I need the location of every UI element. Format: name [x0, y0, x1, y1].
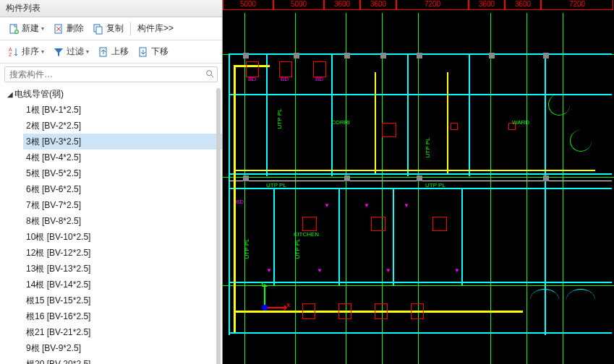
moveup-label: 上移 [111, 46, 129, 58]
component-sidebar: 构件列表 新建 ▾ 删除 复制 构件库>> AZ 排序 [0, 0, 223, 364]
ruler-segment: 3600 [324, 0, 360, 10]
device-marker: ▼ [454, 267, 460, 274]
column [344, 53, 350, 58]
door-arc [566, 289, 595, 311]
device-box [313, 61, 326, 77]
conduit [375, 72, 376, 173]
svg-text:A: A [9, 47, 12, 52]
search-input[interactable] [5, 67, 202, 82]
sort-button[interactable]: AZ 排序 ▾ [4, 43, 48, 60]
new-button[interactable]: 新建 ▾ [4, 20, 48, 37]
tree-item[interactable]: 10根 [BV-10*2.5] [23, 229, 222, 245]
room-label-utp: UTP PL [266, 182, 286, 188]
app-root: 构件列表 新建 ▾ 删除 复制 构件库>> AZ 排序 [0, 0, 614, 364]
movedown-icon [137, 46, 149, 58]
device-box [382, 123, 396, 137]
wall [229, 173, 612, 175]
scrollbar[interactable] [216, 88, 221, 364]
device-marker: ▼ [266, 267, 272, 274]
delete-icon [53, 23, 64, 35]
ruler-segment: 5000 [223, 0, 273, 10]
column [543, 53, 549, 58]
door-arc [530, 289, 559, 311]
column [243, 53, 249, 58]
room-label-corridor: CORRI [331, 119, 350, 126]
device-bd: BD [248, 76, 256, 82]
tree-item[interactable]: 根16 [BV-16*2.5] [23, 308, 222, 324]
dropdown-icon: ▾ [41, 48, 44, 55]
filter-button[interactable]: 过滤 ▾ [49, 43, 93, 60]
tree-item[interactable]: 6根 [BV-6*2.5] [23, 181, 222, 197]
device-bd: BD [315, 76, 323, 82]
tree-item[interactable]: 4根 [BV-4*2.5] [23, 150, 222, 165]
copy-icon [93, 23, 104, 35]
device-marker: ▼ [317, 267, 323, 274]
axis-origin-icon [262, 305, 268, 311]
tree-item[interactable]: 根21 [BV-21*2.5] [23, 324, 222, 340]
dimension-ruler: 50005000360036007200360036007200 [223, 0, 614, 13]
wall [338, 188, 340, 285]
wall [469, 53, 470, 176]
tree-children: 1根 [BV-1*2.5]2根 [BV-2*2.5]3根 [BV-3*2.5]4… [3, 102, 222, 364]
column [543, 176, 549, 181]
axis-y-icon [264, 285, 265, 307]
search-icon[interactable] [202, 69, 217, 81]
door-arc [570, 130, 592, 152]
tree-root-node[interactable]: ◢ 电线导管(弱) [3, 87, 222, 102]
delete-button[interactable]: 删除 [49, 20, 88, 37]
collapse-icon[interactable]: ◢ [6, 90, 14, 98]
grid-line [223, 285, 614, 286]
conduit [234, 170, 595, 171]
axis-y-label: Y [260, 280, 264, 287]
device-box [338, 303, 351, 319]
column [417, 176, 422, 181]
sort-label: 排序 [22, 46, 39, 58]
device-box [302, 217, 317, 231]
tree-item[interactable]: 8根 [BV-8*2.5] [23, 213, 222, 229]
room-label-utp: UTP PL [276, 109, 283, 129]
svg-text:Z: Z [9, 52, 12, 57]
library-button[interactable]: 构件库>> [134, 20, 177, 37]
tree-item[interactable]: 根20 [BV-20*2.5] [23, 356, 222, 364]
component-tree[interactable]: ◢ 电线导管(弱) 1根 [BV-1*2.5]2根 [BV-2*2.5]3根 [… [0, 85, 222, 364]
tree-item[interactable]: 7根 [BV-7*2.5] [23, 197, 222, 213]
dropdown-icon: ▾ [86, 48, 89, 55]
column [294, 53, 299, 58]
sort-icon: AZ [8, 46, 20, 58]
wall [229, 282, 612, 283]
copy-button[interactable]: 复制 [89, 20, 127, 37]
device-bd: BD [236, 199, 244, 205]
moveup-button[interactable]: 上移 [94, 43, 132, 60]
column [489, 53, 495, 58]
tree-item[interactable]: 9根 [BV-9*2.5] [23, 340, 222, 356]
tree-item[interactable]: 14根 [BV-14*2.5] [23, 277, 222, 292]
svg-rect-4 [96, 27, 102, 34]
movedown-label: 下移 [151, 46, 169, 58]
device-marker: ▼ [404, 202, 409, 209]
tree-item[interactable]: 13根 [BV-13*2.5] [23, 261, 222, 277]
ruler-segment: 3600 [360, 0, 396, 10]
tree-item[interactable]: 12根 [BV-12*2.5] [23, 245, 222, 261]
room-label-ward: WARD [512, 119, 529, 126]
toolbar-row-2: AZ 排序 ▾ 过滤 ▾ 上移 下移 [0, 40, 222, 64]
panel-title: 构件列表 [0, 0, 222, 17]
tree-item[interactable]: 5根 [BV-5*2.5] [23, 165, 222, 181]
tree-item[interactable]: 3根 [BV-3*2.5] [23, 134, 222, 150]
room-label-utp: UTP PL [244, 239, 250, 259]
wall [229, 332, 612, 334]
new-label: 新建 [22, 22, 39, 35]
new-icon [8, 23, 20, 35]
tree-item[interactable]: 1根 [BV-1*2.5] [23, 102, 222, 118]
wall [393, 188, 394, 285]
device-box [432, 217, 447, 231]
axis-x-label: X [286, 302, 290, 308]
device-marker: ▼ [324, 202, 330, 209]
tree-item[interactable]: 根15 [BV-15*2.5] [23, 292, 222, 308]
tree-item[interactable]: 2根 [BV-2*2.5] [23, 118, 222, 134]
ruler-segment: 7200 [541, 0, 613, 10]
room-label-utp: UTP PL [425, 138, 431, 158]
wall [266, 53, 268, 176]
moveup-icon [98, 46, 109, 58]
cad-viewport[interactable]: 50005000360036007200360036007200 [223, 0, 614, 364]
movedown-button[interactable]: 下移 [134, 43, 172, 60]
